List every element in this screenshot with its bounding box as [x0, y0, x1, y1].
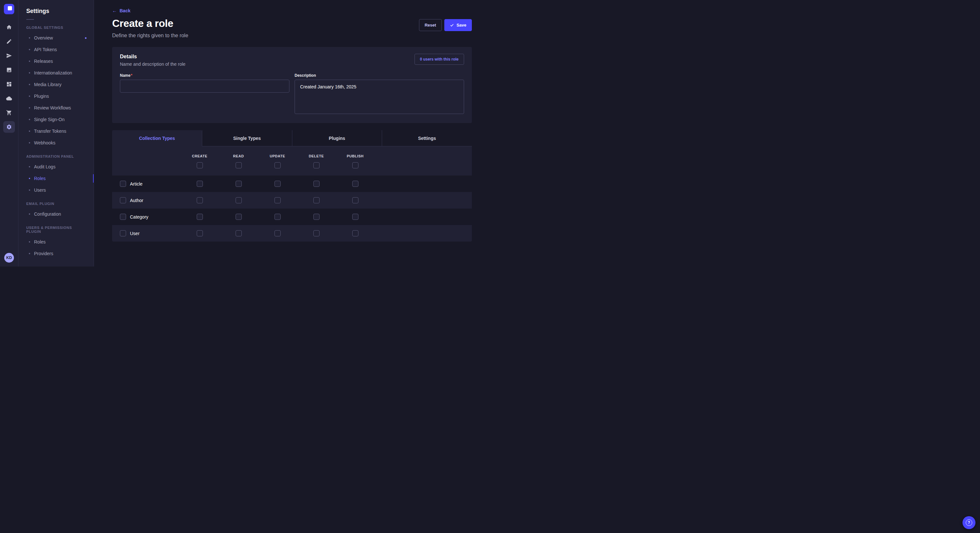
sidebar-item-administration-panel-audit-logs[interactable]: Audit Logs [19, 161, 94, 173]
sidebar-item-global-settings-releases[interactable]: Releases [19, 56, 94, 67]
checkbox-user-create[interactable] [197, 230, 203, 236]
sidebar-item-global-settings-internationalization[interactable]: Internationalization [19, 67, 94, 79]
checkbox-article-update[interactable] [275, 181, 281, 187]
select-all-publish-checkbox[interactable] [352, 162, 358, 168]
sidebar-item-administration-panel-users[interactable]: Users [19, 184, 94, 196]
description-field-group: Description Created January 16th, 2025 [294, 73, 464, 114]
home-icon[interactable] [3, 21, 15, 33]
bullet-icon [29, 84, 30, 85]
reset-button[interactable]: Reset [419, 19, 441, 31]
permission-cell [336, 197, 375, 203]
sidebar-item-global-settings-api-tokens[interactable]: API Tokens [19, 44, 94, 56]
user-avatar[interactable]: KD [4, 253, 14, 263]
sidebar-title: Settings [26, 8, 94, 14]
sidebar-item-users-permissions-plugin-providers[interactable]: Providers [19, 248, 94, 259]
deploy-cloud-icon[interactable] [3, 93, 15, 104]
strapi-logo[interactable] [4, 4, 14, 14]
checkbox-user-delete[interactable] [313, 230, 320, 236]
checkbox-author-read[interactable] [235, 197, 242, 203]
sidebar-item-global-settings-webhooks[interactable]: Webhooks [19, 137, 94, 149]
checkbox-user-publish[interactable] [352, 230, 358, 236]
sidebar-section-label: ADMINISTRATION PANEL [19, 149, 94, 161]
permission-cell [336, 230, 375, 236]
bullet-icon [29, 49, 30, 50]
sidebar-item-label: Review Workflows [34, 105, 71, 110]
permission-cell [180, 214, 219, 220]
sidebar-item-global-settings-media-library[interactable]: Media Library [19, 79, 94, 90]
app-root: KD Settings GLOBAL SETTINGSOverviewAPI T… [0, 0, 490, 266]
settings-icon[interactable] [3, 121, 15, 133]
permission-cell [219, 181, 258, 187]
checkbox-category-update[interactable] [275, 214, 281, 220]
checkbox-article-publish[interactable] [352, 181, 358, 187]
checkbox-article-create[interactable] [197, 181, 203, 187]
permissions-table: CREATEREADUPDATEDELETEPUBLISH ArticleAut… [112, 146, 472, 241]
bullet-icon [29, 213, 30, 215]
permission-cell [258, 181, 297, 187]
tab-single-types[interactable]: Single Types [202, 130, 292, 146]
bullet-icon [29, 95, 30, 97]
users-with-role-button[interactable]: 0 users with this role [415, 54, 464, 65]
sidebar-item-global-settings-overview[interactable]: Overview [19, 32, 94, 44]
checkbox-article-read[interactable] [235, 181, 242, 187]
main-content: ← Back Create a role Define the rights g… [94, 0, 490, 266]
sidebar-item-global-settings-plugins[interactable]: Plugins [19, 90, 94, 102]
sidebar-item-email-plugin-configuration[interactable]: Configuration [19, 208, 94, 220]
save-button[interactable]: Save [444, 19, 472, 31]
sidebar-item-global-settings-transfer-tokens[interactable]: Transfer Tokens [19, 125, 94, 137]
select-all-read-checkbox[interactable] [235, 162, 242, 168]
checkbox-category-read[interactable] [235, 214, 242, 220]
permission-cell [336, 181, 375, 187]
permission-cell [258, 197, 297, 203]
sidebar-item-label: API Tokens [34, 47, 57, 52]
page-subtitle: Define the rights given to the role [112, 33, 188, 38]
releases-icon[interactable] [3, 50, 15, 62]
sidebar-item-label: Roles [34, 176, 46, 181]
select-row-author-checkbox[interactable] [120, 197, 126, 203]
sidebar-item-label: Single Sign-On [34, 117, 65, 122]
select-row-article-checkbox[interactable] [120, 181, 126, 187]
permission-row-category: Category [112, 209, 472, 225]
checkbox-article-delete[interactable] [313, 181, 320, 187]
checkbox-category-create[interactable] [197, 214, 203, 220]
sidebar-item-global-settings-review-workflows[interactable]: Review Workflows [19, 102, 94, 114]
select-all-delete-checkbox[interactable] [313, 162, 320, 168]
row-title-cell: Author [112, 197, 180, 203]
permission-cell [180, 181, 219, 187]
content-manager-icon[interactable] [3, 36, 15, 47]
checkbox-user-read[interactable] [235, 230, 242, 236]
permission-cell [258, 230, 297, 236]
check-icon [450, 23, 454, 27]
checkbox-author-publish[interactable] [352, 197, 358, 203]
page-title: Create a role [112, 17, 188, 30]
settings-sidebar: Settings GLOBAL SETTINGSOverviewAPI Toke… [19, 0, 94, 266]
permission-cell [180, 230, 219, 236]
checkbox-author-update[interactable] [275, 197, 281, 203]
checkbox-category-delete[interactable] [313, 214, 320, 220]
sidebar-item-users-permissions-plugin-roles[interactable]: Roles [19, 236, 94, 248]
tab-collection-types[interactable]: Collection Types [112, 130, 202, 146]
back-link[interactable]: ← Back [112, 8, 130, 13]
column-header-delete: DELETE [297, 154, 336, 168]
tab-plugins[interactable]: Plugins [292, 130, 382, 146]
name-input[interactable] [120, 80, 290, 93]
checkbox-author-create[interactable] [197, 197, 203, 203]
permission-cell [219, 214, 258, 220]
sidebar-item-administration-panel-roles[interactable]: Roles [19, 173, 94, 184]
select-row-user-checkbox[interactable] [120, 230, 126, 236]
details-title: Details [120, 54, 185, 60]
checkbox-author-delete[interactable] [313, 197, 320, 203]
content-type-builder-icon[interactable] [3, 78, 15, 90]
checkbox-user-update[interactable] [275, 230, 281, 236]
description-textarea[interactable]: Created January 16th, 2025 [294, 80, 464, 114]
select-all-create-checkbox[interactable] [197, 162, 203, 168]
permission-cell [297, 230, 336, 236]
marketplace-cart-icon[interactable] [3, 107, 15, 119]
select-row-category-checkbox[interactable] [120, 214, 126, 220]
tab-settings[interactable]: Settings [382, 130, 472, 146]
sidebar-item-global-settings-single-sign-on[interactable]: Single Sign-On [19, 114, 94, 125]
select-all-update-checkbox[interactable] [275, 162, 281, 168]
media-library-icon[interactable] [3, 64, 15, 76]
checkbox-category-publish[interactable] [352, 214, 358, 220]
nav-rail: KD [0, 0, 19, 266]
